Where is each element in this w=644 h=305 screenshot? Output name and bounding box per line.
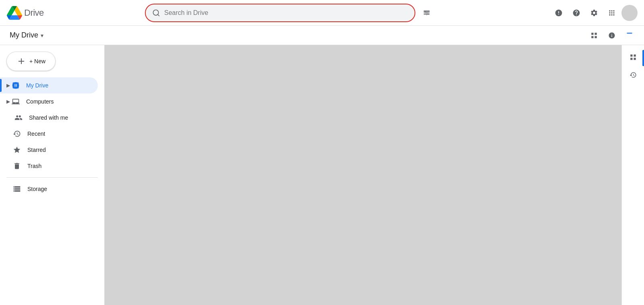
expand-icon: ▶ — [6, 83, 10, 88]
search-area — [145, 4, 435, 22]
logo-area[interactable]: Drive — [6, 6, 87, 20]
feedback-button[interactable] — [551, 5, 567, 21]
shared-icon — [14, 114, 23, 122]
sidebar-item-storage[interactable]: Storage — [0, 181, 98, 197]
svg-rect-11 — [627, 33, 632, 33]
apps-button[interactable] — [604, 5, 620, 21]
breadcrumb: My Drive ▾ — [10, 31, 586, 39]
computers-icon — [12, 98, 20, 106]
drive-logo-icon — [6, 6, 23, 20]
starred-icon — [13, 146, 21, 154]
settings-bar-button[interactable] — [621, 27, 638, 44]
plus-icon — [17, 56, 26, 66]
sidebar-item-my-drive-label: My Drive — [26, 82, 48, 89]
sidebar-item-starred-label: Starred — [27, 147, 46, 153]
sidebar-item-starred[interactable]: Starred — [0, 142, 98, 158]
trash-icon — [13, 162, 21, 170]
new-button-label: + New — [29, 58, 45, 64]
help-button[interactable] — [568, 5, 584, 21]
sidebar-item-trash-label: Trash — [27, 163, 41, 169]
search-input[interactable] — [164, 9, 408, 17]
right-panel — [621, 45, 644, 305]
my-drive-icon — [12, 81, 20, 89]
right-panel-grid-button[interactable] — [625, 49, 641, 65]
sub-header-right — [586, 27, 638, 44]
recent-icon — [13, 130, 21, 138]
sidebar-item-my-drive[interactable]: ▶ My Drive — [0, 77, 98, 93]
avatar[interactable] — [621, 5, 638, 21]
right-panel-clock-button[interactable] — [625, 67, 641, 83]
sidebar-item-recent[interactable]: Recent — [0, 126, 98, 142]
svg-point-10 — [426, 12, 427, 13]
sidebar-item-recent-label: Recent — [27, 131, 45, 137]
app-name: Drive — [24, 8, 44, 18]
sidebar-item-shared[interactable]: Shared with me — [0, 110, 98, 126]
search-filter-button[interactable] — [419, 5, 435, 21]
grid-view-button[interactable] — [586, 27, 602, 44]
sidebar-item-computers-label: Computers — [26, 98, 54, 105]
breadcrumb-text: My Drive — [10, 31, 38, 39]
sub-header: My Drive ▾ — [0, 26, 644, 45]
svg-point-6 — [425, 11, 426, 12]
content-area — [105, 45, 621, 305]
app-header: Drive — [0, 0, 644, 26]
svg-line-1 — [158, 14, 159, 16]
breadcrumb-chevron-icon[interactable]: ▾ — [41, 32, 43, 39]
svg-point-8 — [427, 14, 429, 15]
header-right-icons — [551, 5, 638, 21]
sidebar-item-shared-label: Shared with me — [29, 114, 68, 121]
main-layout: + New ▶ My Drive ▶ Computers Shared with… — [0, 45, 644, 305]
right-panel-active-indicator — [642, 50, 644, 66]
expand-icon-computers: ▶ — [6, 99, 10, 104]
settings-button[interactable] — [586, 5, 602, 21]
info-button[interactable] — [604, 27, 620, 44]
search-box — [145, 4, 415, 22]
storage-icon — [13, 185, 21, 193]
sidebar-item-storage-label: Storage — [27, 186, 47, 192]
sidebar-item-trash[interactable]: Trash — [0, 158, 98, 174]
sidebar: + New ▶ My Drive ▶ Computers Shared with… — [0, 45, 105, 305]
sidebar-item-computers[interactable]: ▶ Computers — [0, 93, 98, 110]
sidebar-divider — [6, 177, 98, 178]
active-indicator — [0, 79, 2, 92]
new-button[interactable]: + New — [6, 52, 56, 71]
search-icon — [152, 9, 160, 17]
